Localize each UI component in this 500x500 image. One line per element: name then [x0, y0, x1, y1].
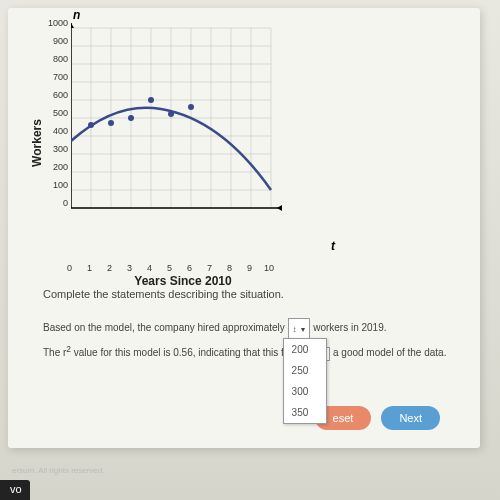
instruction-text: Complete the statements describing the s…: [43, 288, 460, 300]
statement-2-pre: The r: [43, 347, 66, 358]
y-tick: 300: [53, 144, 68, 154]
y-tick: 0: [63, 198, 68, 208]
x-tick: 3: [127, 263, 132, 273]
x-var-label: t: [331, 239, 335, 253]
x-tick: 8: [227, 263, 232, 273]
x-tick: 9: [247, 263, 252, 273]
x-tick: 4: [147, 263, 152, 273]
svg-point-23: [108, 120, 114, 126]
x-tick: 10: [264, 263, 274, 273]
y-tick: 800: [53, 54, 68, 64]
x-tick: 5: [167, 263, 172, 273]
copyright-text: ersum. All rights reserved.: [12, 466, 104, 475]
x-tick: 2: [107, 263, 112, 273]
x-tick: 0: [67, 263, 72, 273]
x-tick: 7: [207, 263, 212, 273]
svg-point-26: [168, 111, 174, 117]
statement-1-pre: Based on the model, the company hired ap…: [43, 322, 285, 333]
svg-point-25: [148, 97, 154, 103]
y-tick: 200: [53, 162, 68, 172]
y-tick: 1000: [48, 18, 68, 28]
statement-2-mid: value for this model is 0.56, indicating…: [71, 347, 289, 358]
dropdown-option[interactable]: 300: [284, 381, 326, 402]
statement-1: Based on the model, the company hired ap…: [43, 318, 460, 339]
statement-2: The r2 value for this model is 0.56, ind…: [43, 343, 460, 361]
y-tick: 900: [53, 36, 68, 46]
y-tick: 500: [53, 108, 68, 118]
next-button[interactable]: Next: [381, 406, 440, 430]
select-workers-dropdown: 200 250 300 350: [283, 338, 327, 424]
dropdown-option[interactable]: 350: [284, 402, 326, 423]
svg-point-24: [128, 115, 134, 121]
select-workers[interactable]: ↕ 200 250 300 350: [288, 318, 311, 339]
y-var-label: n: [73, 8, 80, 22]
x-tick: 6: [187, 263, 192, 273]
statement-1-post: workers in 2019.: [313, 322, 386, 333]
y-tick: 100: [53, 180, 68, 190]
button-row: eset Next: [315, 406, 440, 430]
statement-2-post: a good model of the data.: [333, 347, 446, 358]
y-tick: 600: [53, 90, 68, 100]
x-tick: 1: [87, 263, 92, 273]
dropdown-option[interactable]: 200: [284, 339, 326, 360]
y-tick: 700: [53, 72, 68, 82]
y-tick: 400: [53, 126, 68, 136]
dropdown-option[interactable]: 250: [284, 360, 326, 381]
chart-svg: [71, 23, 291, 223]
svg-point-22: [88, 122, 94, 128]
brand-logo: vo: [0, 480, 30, 500]
y-axis-title: Workers: [30, 119, 44, 167]
chart-container: n Workers 1000 900 800 700 600 500 400 3…: [43, 23, 323, 263]
x-axis-title: Years Since 2010: [134, 274, 231, 288]
svg-point-27: [188, 104, 194, 110]
